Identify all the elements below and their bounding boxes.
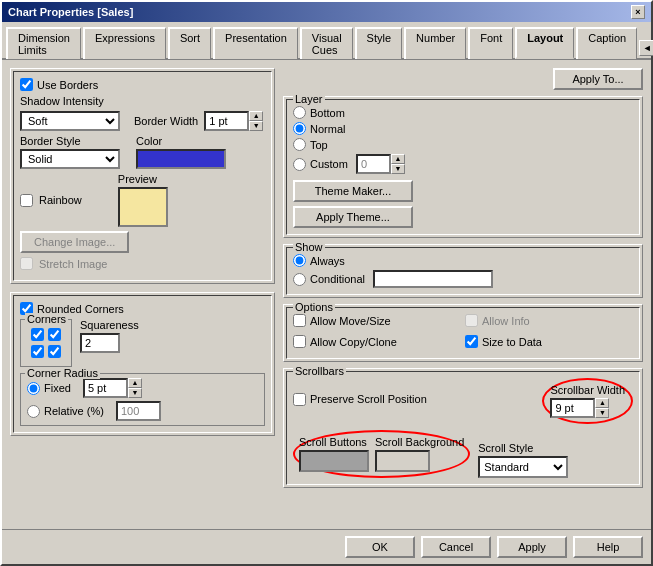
- tab-style[interactable]: Style: [355, 27, 402, 59]
- tab-number[interactable]: Number: [404, 27, 466, 59]
- scroll-buttons-group: Scroll Buttons: [299, 436, 369, 472]
- apply-button[interactable]: Apply: [497, 536, 567, 558]
- corner-bl[interactable]: [31, 345, 44, 358]
- scrollbar-width-input[interactable]: [550, 398, 595, 418]
- allow-info-row: Allow Info: [465, 314, 633, 327]
- stretch-image-label: Stretch Image: [39, 258, 107, 270]
- preserve-scroll-label: Preserve Scroll Position: [310, 393, 427, 405]
- tab-prev-button[interactable]: ◄: [639, 40, 653, 56]
- border-width-spinbtns: ▲ ▼: [249, 111, 263, 131]
- fixed-up[interactable]: ▲: [128, 378, 142, 388]
- always-label: Always: [310, 255, 345, 267]
- allow-copy-clone-checkbox[interactable]: [293, 335, 306, 348]
- scroll-style-select[interactable]: Standard Flat 3D: [478, 456, 568, 478]
- squareness-input[interactable]: [80, 333, 120, 353]
- tab-sort[interactable]: Sort: [168, 27, 211, 59]
- fixed-radio[interactable]: [27, 382, 40, 395]
- conditional-radio[interactable]: [293, 273, 306, 286]
- border-style-row: Border Style Solid Dashed Dotted Color: [20, 135, 265, 169]
- preserve-scroll-row: Preserve Scroll Position: [293, 393, 427, 406]
- normal-radio[interactable]: [293, 122, 306, 135]
- show-section: Show Always Conditional: [286, 247, 640, 295]
- normal-label: Normal: [310, 123, 345, 135]
- bottom-radio[interactable]: [293, 106, 306, 119]
- scroll-background-label: Scroll Background: [375, 436, 464, 448]
- size-to-data-row: Size to Data: [465, 335, 633, 348]
- scrollbar-top-row: Preserve Scroll Position Scrollbar Width…: [293, 378, 633, 424]
- scrollbar-width-up[interactable]: ▲: [595, 398, 609, 408]
- shadow-dropdown[interactable]: Soft None Light Medium Hard: [20, 111, 120, 131]
- scroll-background-group: Scroll Background: [375, 436, 464, 472]
- relative-input[interactable]: [116, 401, 161, 421]
- tab-layout[interactable]: Layout: [515, 27, 574, 59]
- options-grid: Allow Move/Size Allow Info Allow Copy/Cl…: [293, 314, 633, 352]
- top-radio[interactable]: [293, 138, 306, 151]
- change-image-button[interactable]: Change Image...: [20, 231, 129, 253]
- apply-theme-button[interactable]: Apply Theme...: [293, 206, 413, 228]
- custom-label: Custom: [310, 158, 348, 170]
- title-bar-buttons: ×: [631, 5, 645, 19]
- scroll-style-group: Scroll Style Standard Flat 3D: [478, 442, 568, 478]
- fixed-radio-row: Fixed ▲ ▼: [27, 378, 258, 398]
- custom-down[interactable]: ▼: [391, 164, 405, 174]
- corner-br[interactable]: [48, 345, 61, 358]
- border-width-input[interactable]: [204, 111, 249, 131]
- tab-font[interactable]: Font: [468, 27, 513, 59]
- tab-nav: ◄ ►: [639, 26, 653, 58]
- apply-to-button[interactable]: Apply To...: [553, 68, 643, 90]
- tab-dimension-limits[interactable]: Dimension Limits: [6, 27, 81, 59]
- rainbow-checkbox[interactable]: [20, 194, 33, 207]
- fixed-down[interactable]: ▼: [128, 388, 142, 398]
- shadow-intensity-row: Shadow Intensity: [20, 95, 265, 107]
- color-picker[interactable]: [136, 149, 226, 169]
- border-width-up[interactable]: ▲: [249, 111, 263, 121]
- tab-visual-cues[interactable]: Visual Cues: [300, 27, 353, 59]
- stretch-image-checkbox[interactable]: [20, 257, 33, 270]
- scrollbars-section: Scrollbars Preserve Scroll Position Scro…: [286, 371, 640, 485]
- options-label: Options: [293, 301, 335, 313]
- scroll-background-color[interactable]: [375, 450, 430, 472]
- scrollbar-width-down[interactable]: ▼: [595, 408, 609, 418]
- always-radio[interactable]: [293, 254, 306, 267]
- top-label: Top: [310, 139, 328, 151]
- corners-label: Corners: [25, 313, 68, 325]
- corners-grid: [27, 324, 65, 362]
- size-to-data-checkbox[interactable]: [465, 335, 478, 348]
- allow-move-size-checkbox[interactable]: [293, 314, 306, 327]
- relative-radio[interactable]: [27, 405, 40, 418]
- cancel-button[interactable]: Cancel: [421, 536, 491, 558]
- tab-expressions[interactable]: Expressions: [83, 27, 166, 59]
- corner-tr[interactable]: [48, 328, 61, 341]
- ok-button[interactable]: OK: [345, 536, 415, 558]
- tab-presentation[interactable]: Presentation: [213, 27, 298, 59]
- scroll-buttons-label: Scroll Buttons: [299, 436, 369, 448]
- border-style-dropdown[interactable]: Solid Dashed Dotted: [20, 149, 120, 169]
- layer-label: Layer: [293, 93, 325, 105]
- custom-input[interactable]: [356, 154, 391, 174]
- conditional-input[interactable]: [373, 270, 493, 288]
- relative-label: Relative (%): [44, 405, 104, 417]
- theme-maker-button[interactable]: Theme Maker...: [293, 180, 413, 202]
- shadow-select[interactable]: Soft None Light Medium Hard: [20, 111, 120, 131]
- close-button[interactable]: ×: [631, 5, 645, 19]
- preserve-scroll-checkbox[interactable]: [293, 393, 306, 406]
- tab-bar: Dimension Limits Expressions Sort Presen…: [2, 22, 651, 60]
- preview-label: Preview: [118, 173, 168, 185]
- allow-info-checkbox[interactable]: [465, 314, 478, 327]
- allow-info-label: Allow Info: [482, 315, 530, 327]
- preview-box: [118, 187, 168, 227]
- tab-caption[interactable]: Caption: [576, 27, 637, 59]
- border-width-down[interactable]: ▼: [249, 121, 263, 131]
- rounded-corners-section: Rounded Corners Corners: [10, 292, 275, 436]
- use-borders-checkbox[interactable]: [20, 78, 33, 91]
- border-style-select[interactable]: Solid Dashed Dotted: [20, 149, 120, 169]
- preview-col: Preview: [118, 173, 168, 227]
- help-button[interactable]: Help: [573, 536, 643, 558]
- fixed-input[interactable]: [83, 378, 128, 398]
- corner-tl[interactable]: [31, 328, 44, 341]
- custom-spin: ▲ ▼: [356, 154, 405, 174]
- corner-radius-group: Corner Radius Fixed ▲ ▼: [20, 373, 265, 426]
- scroll-buttons-color[interactable]: [299, 450, 369, 472]
- custom-up[interactable]: ▲: [391, 154, 405, 164]
- custom-radio[interactable]: [293, 158, 306, 171]
